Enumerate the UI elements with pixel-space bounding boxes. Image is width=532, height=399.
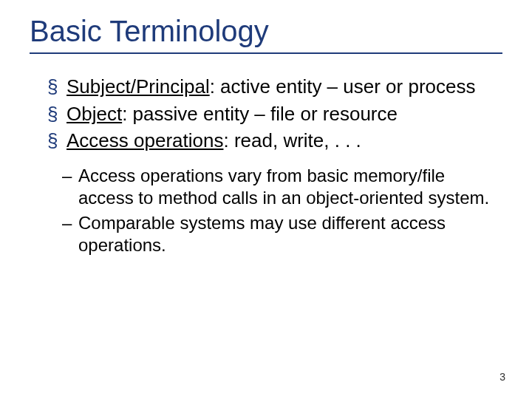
bullet-item: Access operations: read, write, . . . xyxy=(47,129,502,153)
slide-title: Basic Terminology xyxy=(30,15,502,48)
sub-bullet-item: Comparable systems may use different acc… xyxy=(62,212,502,256)
bullet-item: Subject/Principal: active entity – user … xyxy=(47,75,502,99)
sub-bullet-item: Access operations vary from basic memory… xyxy=(62,165,502,209)
bullet-term: Subject/Principal xyxy=(66,75,210,98)
bullet-rest: : read, write, . . . xyxy=(223,129,361,151)
bullet-term: Access operations xyxy=(66,129,223,151)
bullet-list: Subject/Principal: active entity – user … xyxy=(30,75,502,153)
slide-container: Basic Terminology Subject/Principal: act… xyxy=(0,0,532,399)
bullet-rest: : active entity – user or process xyxy=(210,75,476,98)
sub-bullet-list: Access operations vary from basic memory… xyxy=(30,165,502,256)
bullet-rest: : passive entity – file or resource xyxy=(122,103,398,125)
bullet-term: Object xyxy=(66,103,122,125)
bullet-item: Object: passive entity – file or resourc… xyxy=(47,102,502,126)
title-underline xyxy=(30,52,502,54)
page-number: 3 xyxy=(499,371,505,383)
